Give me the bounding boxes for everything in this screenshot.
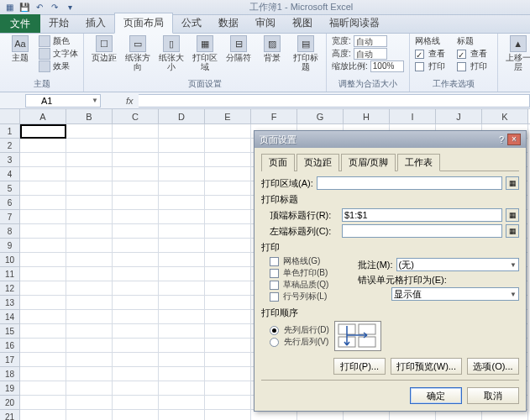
select-all-corner[interactable]	[0, 109, 20, 123]
cell[interactable]	[20, 310, 66, 324]
column-header[interactable]: H	[344, 109, 390, 123]
cell[interactable]	[159, 224, 205, 239]
cell[interactable]	[205, 310, 251, 324]
cell[interactable]	[205, 224, 251, 239]
name-box[interactable]: A1▼	[25, 94, 101, 108]
cols-repeat-input[interactable]	[342, 224, 502, 238]
tab-review[interactable]: 审阅	[247, 13, 284, 33]
cell[interactable]	[159, 410, 205, 420]
fx-icon[interactable]: fx	[126, 96, 134, 106]
blackwhite-checkbox[interactable]: 单色打印(B)	[270, 267, 349, 279]
row-header[interactable]: 11	[0, 267, 20, 281]
close-icon[interactable]: ×	[507, 134, 521, 145]
cell[interactable]	[66, 381, 113, 396]
cell[interactable]	[20, 124, 66, 139]
theme-colors-button[interactable]: 颜色	[39, 35, 78, 47]
cell[interactable]	[205, 196, 251, 210]
preview-button[interactable]: 打印预览(W)...	[391, 358, 462, 375]
cell[interactable]	[159, 153, 205, 167]
cell[interactable]	[20, 353, 66, 367]
row-header[interactable]: 14	[0, 310, 20, 324]
cell[interactable]	[66, 367, 113, 381]
column-header[interactable]: G	[297, 109, 344, 123]
cell[interactable]	[66, 281, 113, 296]
cell[interactable]	[113, 410, 159, 420]
gridlines-checkbox[interactable]: 网格线(G)	[270, 255, 349, 267]
refedit-icon[interactable]: ▦	[506, 176, 519, 190]
cell[interactable]	[113, 124, 159, 139]
cell[interactable]	[66, 124, 113, 139]
cell[interactable]	[20, 196, 66, 210]
row-header[interactable]: 18	[0, 367, 20, 381]
background-button[interactable]: ▨背景	[257, 35, 287, 62]
cell[interactable]	[66, 239, 113, 253]
cell[interactable]	[66, 267, 113, 281]
themes-button[interactable]: Aa主题	[5, 35, 35, 62]
cell[interactable]	[159, 239, 205, 253]
cell[interactable]	[205, 353, 251, 367]
cell[interactable]	[66, 139, 113, 153]
column-header[interactable]: K	[482, 109, 528, 123]
print-area-input[interactable]	[317, 176, 502, 190]
cell[interactable]	[205, 167, 251, 181]
printtitles-button[interactable]: ▤打印标题	[291, 35, 321, 71]
dlg-tab-sheet[interactable]: 工作表	[397, 154, 440, 171]
cell[interactable]	[66, 181, 113, 196]
headings-print-check[interactable]: 打印	[457, 60, 492, 72]
order-over-radio[interactable]: 先行后列(V)	[270, 336, 329, 348]
cell[interactable]	[205, 381, 251, 396]
cell[interactable]	[113, 196, 159, 210]
row-header[interactable]: 1	[0, 124, 20, 139]
cell[interactable]	[66, 196, 113, 210]
height-select[interactable]: 自动	[354, 48, 387, 60]
dlg-tab-page[interactable]: 页面	[261, 154, 295, 171]
margins-button[interactable]: ☐页边距	[89, 35, 119, 62]
cell[interactable]	[205, 324, 251, 339]
orientation-button[interactable]: ▭纸张方向	[123, 35, 153, 71]
refedit-icon[interactable]: ▦	[506, 224, 519, 238]
cell[interactable]	[159, 181, 205, 196]
cell[interactable]	[205, 139, 251, 153]
cell[interactable]	[20, 253, 66, 267]
cell[interactable]	[159, 167, 205, 181]
cell[interactable]	[20, 396, 66, 410]
cell[interactable]	[113, 139, 159, 153]
size-button[interactable]: ▯纸张大小	[156, 35, 186, 71]
cell[interactable]	[20, 367, 66, 381]
cell[interactable]	[159, 381, 205, 396]
cell[interactable]	[113, 353, 159, 367]
cell[interactable]	[66, 224, 113, 239]
qat-dropdown-icon[interactable]: ▾	[64, 2, 76, 13]
chevron-down-icon[interactable]: ▼	[92, 97, 98, 104]
comments-dropdown[interactable]: (无)▼	[396, 258, 519, 271]
cell[interactable]	[205, 281, 251, 296]
cell[interactable]	[159, 267, 205, 281]
cell[interactable]	[66, 396, 113, 410]
row-header[interactable]: 3	[0, 153, 20, 167]
cell[interactable]	[159, 353, 205, 367]
cell[interactable]	[66, 253, 113, 267]
cell[interactable]	[20, 210, 66, 224]
cell[interactable]	[205, 239, 251, 253]
cell[interactable]	[20, 153, 66, 167]
cell[interactable]	[20, 139, 66, 153]
cell[interactable]	[20, 167, 66, 181]
row-header[interactable]: 19	[0, 381, 20, 396]
help-icon[interactable]: ?	[499, 134, 504, 144]
cell[interactable]	[66, 324, 113, 339]
cell[interactable]	[159, 210, 205, 224]
cell[interactable]	[66, 339, 113, 353]
refedit-icon[interactable]: ▦	[506, 208, 519, 222]
tab-insert[interactable]: 插入	[77, 13, 114, 33]
tab-home[interactable]: 开始	[40, 13, 77, 33]
row-header[interactable]: 20	[0, 396, 20, 410]
cell[interactable]	[113, 267, 159, 281]
cell[interactable]	[159, 253, 205, 267]
width-select[interactable]: 自动	[354, 35, 387, 47]
row-header[interactable]: 21	[0, 410, 20, 420]
cell[interactable]	[113, 210, 159, 224]
cell[interactable]	[113, 396, 159, 410]
cell[interactable]	[113, 253, 159, 267]
cell[interactable]	[66, 296, 113, 310]
row-header[interactable]: 8	[0, 224, 20, 239]
